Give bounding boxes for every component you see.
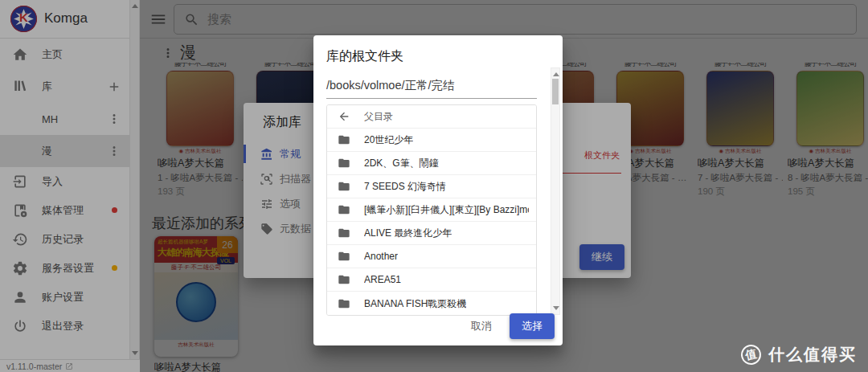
- scroll-up-icon[interactable]: [553, 72, 559, 76]
- dialog-scrollbar[interactable]: [551, 67, 560, 315]
- folder-name: ALIVE 最終進化少年: [364, 227, 452, 240]
- folder-dialog-actions: 取消 选择: [461, 313, 555, 339]
- folder-list: 父目录20世纪少年2DK、G筆、鬧鐘7 SEEDS 幻海奇情[蠟筆小新][臼井儀…: [326, 104, 537, 316]
- folder-row[interactable]: 7 SEEDS 幻海奇情: [327, 175, 536, 198]
- arrow-left-icon: [338, 110, 350, 123]
- folder-name: 2DK、G筆、鬧鐘: [364, 157, 439, 170]
- smzdm-watermark-text: 什么值得买: [768, 344, 857, 366]
- app-root: 搜索 漫 藤子·F·不二雄公司◉ 吉林美术出版社哆啦A梦大长篇1 - 哆啦A夢大…: [0, 0, 868, 372]
- root-folder-dialog: 库的根文件夹 /books/volmoe/正常/完结 父目录20世纪少年2DK、…: [313, 35, 563, 345]
- folder-name: BANANA FISH戰栗殺機: [364, 296, 466, 310]
- folder-name: 父目录: [364, 110, 393, 124]
- folder-icon: [338, 180, 350, 193]
- folder-name: 7 SEEDS 幻海奇情: [364, 180, 446, 194]
- folder-name: 20世纪少年: [364, 133, 413, 147]
- folder-name: [蠟筆小新][臼井儀人][東立][By Bazzi]mobi: [364, 203, 529, 217]
- folder-icon: [338, 157, 350, 170]
- folder-icon: [338, 203, 350, 216]
- folder-row[interactable]: 2DK、G筆、鬧鐘: [327, 152, 536, 175]
- cancel-button[interactable]: 取消: [461, 313, 502, 339]
- folder-name: AREA51: [364, 274, 401, 285]
- select-button[interactable]: 选择: [510, 313, 555, 339]
- scrollbar-thumb[interactable]: [552, 79, 559, 104]
- folder-row[interactable]: ALIVE 最終進化少年: [327, 222, 536, 245]
- folder-icon: [338, 227, 350, 239]
- folder-row[interactable]: [蠟筆小新][臼井儀人][東立][By Bazzi]mobi: [327, 198, 536, 222]
- scroll-down-icon[interactable]: [553, 306, 559, 310]
- smzdm-watermark: 值 什么值得买: [741, 344, 857, 366]
- parent-directory-row[interactable]: 父目录: [327, 105, 536, 129]
- folder-row[interactable]: BANANA FISH戰栗殺機: [327, 292, 536, 315]
- folder-row[interactable]: 20世纪少年: [327, 129, 536, 152]
- folder-name: Another: [364, 251, 398, 262]
- folder-icon: [338, 250, 350, 263]
- path-input[interactable]: /books/volmoe/正常/完结: [326, 78, 537, 99]
- folder-icon: [338, 133, 350, 146]
- folder-row[interactable]: Another: [327, 245, 536, 268]
- smzdm-logo-icon: 值: [739, 343, 764, 367]
- root-folder-title: 库的根文件夹: [326, 48, 403, 65]
- folder-icon: [338, 297, 350, 310]
- folder-row[interactable]: AREA51: [327, 268, 536, 292]
- folder-icon: [338, 273, 350, 286]
